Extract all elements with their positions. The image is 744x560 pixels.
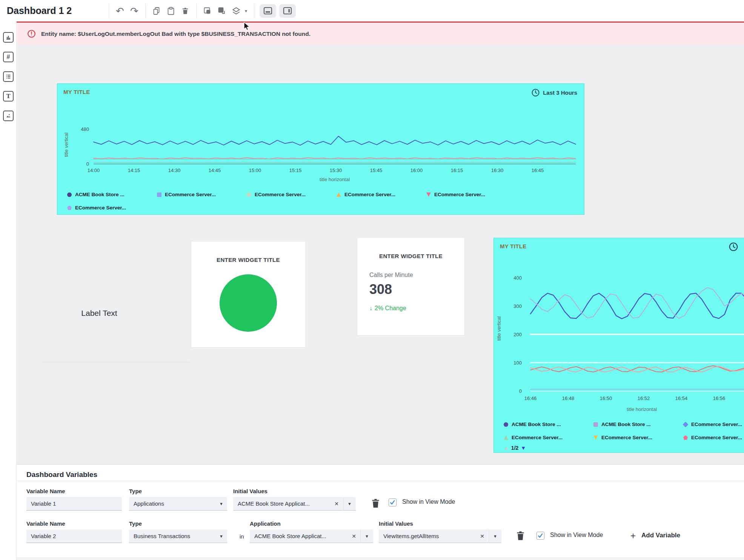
page-up-icon[interactable]: ▲	[504, 445, 509, 451]
y-tick-label: 480	[81, 126, 89, 132]
panel-footer	[17, 557, 744, 560]
legend-item[interactable]: ACME Book Store ...	[67, 188, 157, 201]
clear-value-icon[interactable]: ✕	[352, 533, 356, 539]
y-axis-title: title vertical	[63, 126, 69, 164]
legend-item[interactable]: ECommerce Server...	[683, 418, 744, 431]
x-axis-title: title horizontal	[530, 406, 744, 412]
initial-values-caret[interactable]: ▼	[343, 497, 356, 511]
legend-item[interactable]: ACME Book Store ...	[504, 418, 593, 431]
top-toolbar: Dashboard 1 2 ↶ ↷ ▾	[0, 0, 744, 22]
layers-caret-button[interactable]: ▾	[243, 3, 250, 18]
legend-item[interactable]: ECommerce Server...	[683, 431, 744, 444]
time-range	[729, 242, 738, 252]
pentagon-marker-icon	[67, 206, 72, 210]
delete-button[interactable]	[178, 3, 192, 18]
redo-button[interactable]: ↷	[127, 3, 141, 18]
add-metric-widget-button[interactable]: #	[3, 52, 14, 62]
circle-marker-icon	[504, 422, 508, 427]
bring-to-front-button[interactable]	[200, 3, 215, 18]
legend-item[interactable]: ECommerce Server...	[247, 188, 337, 201]
legend-item[interactable]: ECommerce Server...	[67, 201, 157, 214]
metric-change: ↓ 2% Change	[369, 305, 406, 312]
y-tick-label: 200	[513, 331, 522, 337]
initial-values-field[interactable]: ViewItems.getAllItems ✕	[379, 529, 488, 543]
delete-variable-button[interactable]	[370, 498, 381, 510]
variable-name-input[interactable]	[26, 497, 122, 511]
triangle-up-marker-icon	[504, 435, 508, 440]
undo-icon: ↶	[116, 6, 124, 16]
add-chart-widget-button[interactable]	[3, 32, 14, 43]
x-tick-label: 16:15	[451, 168, 463, 173]
add-image-widget-button[interactable]	[3, 111, 14, 121]
legend-item[interactable]: ECommerce Server...	[157, 188, 247, 201]
legend-item[interactable]: ECommerce Server...	[337, 188, 426, 201]
check-icon	[390, 500, 395, 505]
x-tick-label: 16:30	[491, 168, 504, 173]
legend-item[interactable]: ECommerce Server...	[593, 431, 683, 444]
x-axis-ticks: 14:0014:1514:3014:4515:0015:1515:3015:45…	[94, 168, 538, 174]
x-tick-label: 16:48	[562, 395, 575, 401]
layers-button[interactable]	[229, 3, 243, 18]
check-icon	[538, 533, 543, 538]
toggle-right-panel-button[interactable]	[279, 4, 296, 18]
show-in-view-mode-checkbox[interactable]	[389, 498, 397, 506]
initial-values-caret[interactable]: ▼	[489, 529, 501, 543]
bring-to-front-icon	[203, 6, 212, 15]
timeseries-widget-1[interactable]: MY TITLE Last 3 Hours title vertical 480…	[57, 83, 584, 215]
chart-line-ECommerce pink A	[530, 366, 744, 372]
plus-icon: ＋	[629, 529, 638, 542]
alert-icon	[27, 29, 36, 38]
add-text-widget-button[interactable]: T	[3, 91, 14, 102]
dashboard-title: Dashboard 1 2	[7, 5, 105, 16]
dashboard-variables-panel: Dashboard Variables Variable Name Type A…	[17, 464, 744, 560]
metric-widget[interactable]: ENTER WIDGET TITLE Calls per Minute 308 …	[357, 238, 464, 335]
diamond-marker-icon	[246, 192, 252, 197]
application-caret[interactable]: ▼	[360, 529, 373, 543]
delete-variable-button[interactable]	[515, 530, 526, 543]
legend-label: ECommerce Server...	[691, 435, 742, 440]
variable-name-input[interactable]	[26, 529, 122, 543]
send-to-back-button[interactable]	[215, 3, 229, 18]
x-axis-line	[94, 164, 576, 164]
type-select[interactable]: Business Transactions ▼	[129, 529, 227, 543]
legend-item[interactable]: ECommerce Server...	[426, 188, 516, 201]
clear-value-icon[interactable]: ✕	[334, 501, 339, 507]
application-field[interactable]: ACME Book Store Applicat... ✕	[250, 529, 360, 543]
clear-value-icon[interactable]: ✕	[480, 533, 484, 539]
type-select[interactable]: Applications ▼	[129, 497, 227, 511]
show-in-view-mode-checkbox[interactable]	[536, 532, 544, 540]
initial-values-field[interactable]: ACME Book Store Applicat... ✕	[233, 497, 343, 511]
legend-item[interactable]: ECommerce Server...	[504, 431, 593, 444]
timeseries-widget-2[interactable]: MY TITLE title vertical 4003002001000 16…	[493, 238, 744, 453]
copy-button[interactable]	[149, 3, 164, 18]
bottom-panel-icon	[263, 6, 273, 15]
add-list-widget-button[interactable]	[3, 71, 14, 82]
y-axis-ticks: 4003002001000	[504, 268, 522, 391]
type-label: Type	[129, 488, 142, 494]
legend-label: ACME Book Store ...	[601, 422, 651, 427]
hash-icon: #	[7, 54, 10, 60]
x-axis-line	[530, 391, 744, 392]
y-axis-ticks: 4800	[73, 126, 89, 164]
label-widget[interactable]: Label Text	[58, 309, 140, 318]
trash-icon	[515, 530, 526, 542]
text-icon: T	[6, 93, 10, 100]
chart-line-ECommerce pink B	[530, 366, 744, 372]
x-tick-label: 16:45	[532, 168, 544, 173]
x-tick-label: 14:45	[209, 168, 221, 173]
metric-value: 308	[369, 282, 392, 297]
plot-area	[94, 126, 576, 164]
add-variable-button[interactable]: ＋ Add Variable	[629, 529, 680, 542]
page-down-icon[interactable]: ▼	[521, 445, 526, 451]
toggle-bottom-panel-button[interactable]	[260, 4, 276, 18]
application-label: Application	[250, 520, 281, 527]
paste-button[interactable]	[164, 3, 178, 18]
panel-divider	[17, 481, 744, 481]
mouse-cursor	[243, 22, 251, 32]
health-widget[interactable]: ENTER WIDGET TITLE	[191, 242, 305, 347]
x-tick-label: 15:30	[330, 168, 342, 173]
layers-icon	[231, 6, 241, 16]
type-label: Type	[129, 520, 142, 527]
undo-button[interactable]: ↶	[113, 3, 127, 18]
legend-item[interactable]: ACME Book Store ...	[593, 418, 683, 431]
